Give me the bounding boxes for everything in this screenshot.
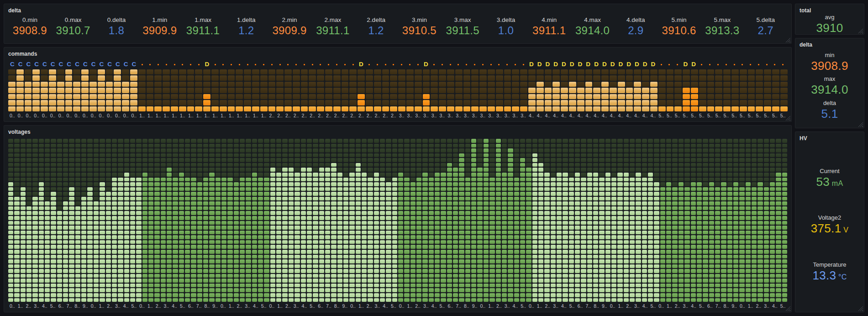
heatmap-cell — [32, 216, 37, 220]
heatmap-cell — [709, 298, 714, 302]
heatmap-cell — [331, 250, 336, 254]
heatmap-cell — [51, 298, 56, 302]
heatmap-cell — [337, 255, 342, 259]
heatmap-column — [650, 69, 658, 111]
panel-title-total[interactable]: total — [800, 7, 860, 14]
heatmap-cell — [599, 153, 604, 158]
heatmap-cell — [136, 284, 141, 288]
heatmap-cell — [429, 284, 434, 288]
heatmap-cell — [264, 293, 269, 297]
panel-title-commands[interactable]: commands — [8, 51, 787, 57]
heatmap-cell — [216, 178, 221, 182]
heatmap-cell — [721, 139, 726, 143]
heatmap-cell — [374, 158, 379, 162]
heatmap-column — [331, 139, 336, 302]
panel-title-voltages[interactable]: voltages — [8, 129, 787, 135]
heatmap-cell — [557, 206, 562, 211]
heatmap-cell — [94, 178, 99, 182]
heatmap-cell — [648, 235, 653, 239]
heatmap-cell — [484, 153, 489, 158]
voltages-heatmap[interactable] — [8, 139, 787, 302]
heatmap-cell — [666, 240, 671, 244]
heatmap-cell — [75, 173, 80, 177]
heatmap-cell — [240, 245, 245, 249]
axis-label: 1.. — [170, 113, 179, 119]
heatmap-cell — [575, 144, 580, 148]
heatmap-cell — [343, 240, 348, 244]
heatmap-cell — [447, 216, 452, 220]
heatmap-cell — [368, 139, 373, 143]
heatmap-cell — [764, 231, 769, 235]
heatmap-cell — [63, 226, 68, 230]
heatmap-cell — [648, 245, 653, 249]
heatmap-cell — [380, 173, 385, 177]
heatmap-cell — [459, 250, 464, 254]
heatmap-cell — [264, 182, 269, 186]
heatmap-cell — [545, 106, 552, 111]
heatmap-cell — [173, 264, 178, 269]
stat-value: 3908.9 — [800, 60, 860, 72]
heatmap-cell — [453, 279, 458, 283]
heatmap-cell — [435, 148, 440, 153]
heatmap-column — [234, 139, 239, 302]
heatmap-cell — [295, 192, 300, 196]
stat-label: 1.min — [138, 16, 181, 23]
heatmap-cell — [727, 197, 732, 201]
heatmap-cell — [528, 94, 536, 99]
commands-heatmap[interactable] — [8, 69, 787, 111]
heatmap-cell — [258, 148, 263, 153]
heatmap-cell — [380, 288, 385, 292]
command-symbol — [511, 64, 519, 65]
axis-label: 9.. — [211, 303, 219, 310]
heatmap-cell — [32, 274, 37, 278]
heatmap-cell — [197, 240, 202, 244]
heatmap-cell — [356, 187, 361, 191]
heatmap-cell — [349, 255, 354, 259]
heatmap-cell — [362, 288, 367, 292]
heatmap-cell — [227, 284, 232, 288]
heatmap-cell — [496, 259, 501, 263]
heatmap-cell — [136, 139, 141, 143]
heatmap-cell — [25, 82, 32, 87]
heatmap-cell — [404, 206, 409, 211]
heatmap-cell — [374, 106, 381, 111]
heatmap-cell — [282, 221, 287, 225]
panel-title-hv[interactable]: HV — [800, 135, 860, 142]
heatmap-cell — [715, 293, 720, 297]
heatmap-cell — [538, 182, 543, 186]
heatmap-cell — [471, 250, 476, 254]
heatmap-cell — [764, 75, 771, 80]
heatmap-cell — [617, 139, 622, 143]
heatmap-cell — [39, 274, 44, 278]
axis-label: 3.. — [552, 303, 560, 310]
heatmap-cell — [228, 69, 235, 74]
heatmap-cell — [721, 259, 726, 263]
panel-title-delta-summary[interactable]: delta — [800, 42, 860, 48]
heatmap-cell — [227, 245, 232, 249]
heatmap-cell — [112, 139, 117, 143]
heatmap-cell — [496, 284, 501, 288]
heatmap-cell — [593, 284, 598, 288]
heatmap-cell — [106, 192, 111, 196]
heatmap-cell — [557, 226, 562, 230]
heatmap-column — [441, 139, 446, 302]
heatmap-cell — [715, 173, 720, 177]
heatmap-cell — [502, 168, 507, 172]
heatmap-cell — [313, 255, 318, 259]
panel-title-delta[interactable]: delta — [8, 7, 787, 14]
heatmap-cell — [227, 269, 232, 273]
heatmap-cell — [136, 231, 141, 235]
heatmap-column — [342, 69, 349, 111]
heatmap-cell — [244, 88, 251, 93]
heatmap-cell — [709, 211, 714, 215]
heatmap-cell — [520, 82, 527, 87]
heatmap-cell — [382, 69, 389, 74]
stat-item: 0.min3908.9 — [8, 16, 52, 36]
heatmap-cell — [130, 178, 135, 182]
heatmap-cell — [374, 153, 379, 158]
heatmap-cell — [221, 173, 226, 177]
heatmap-cell — [234, 139, 239, 143]
heatmap-cell — [650, 94, 658, 99]
heatmap-cell — [782, 231, 787, 235]
heatmap-cell — [422, 182, 427, 186]
